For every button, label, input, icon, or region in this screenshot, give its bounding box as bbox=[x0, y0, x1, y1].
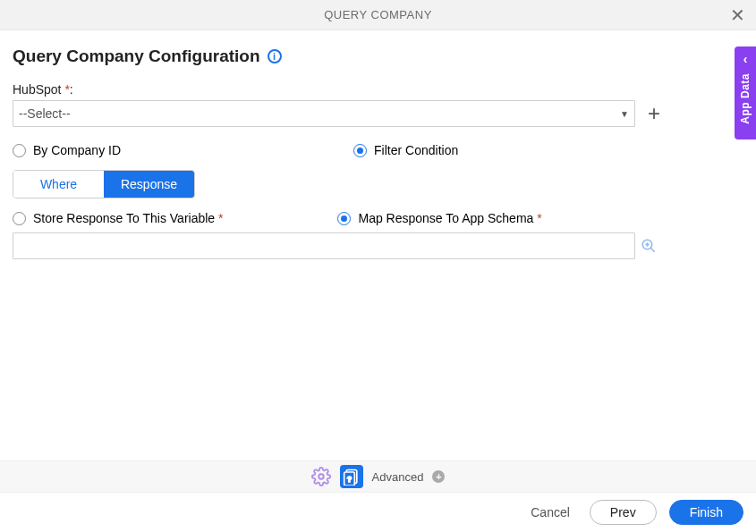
bottom-toolbar: ? Advanced + bbox=[0, 460, 756, 493]
advanced-plus-icon[interactable]: + bbox=[432, 470, 445, 483]
colon: : bbox=[70, 82, 73, 97]
toggle-response-label: Response bbox=[121, 177, 177, 191]
radio-label: Store Response To This Variable * bbox=[33, 211, 223, 225]
radio-icon bbox=[13, 144, 26, 157]
modal-title: QUERY COMPANY bbox=[324, 8, 432, 21]
prev-button[interactable]: Prev bbox=[590, 500, 657, 525]
footer-buttons: Cancel Prev Finish bbox=[0, 493, 756, 532]
svg-point-4 bbox=[319, 474, 324, 479]
required-asterisk: * bbox=[218, 211, 223, 225]
side-tab-label: App Data bbox=[739, 73, 752, 124]
radio-icon bbox=[353, 144, 367, 157]
zoom-icon[interactable] bbox=[641, 238, 657, 254]
finish-button[interactable]: Finish bbox=[669, 500, 743, 525]
toggle-where-label: Where bbox=[40, 177, 77, 191]
toggle-where[interactable]: Where bbox=[13, 171, 104, 198]
radio-label: Filter Condition bbox=[374, 143, 458, 157]
radio-by-company-id[interactable]: By Company ID bbox=[13, 143, 121, 157]
response-target-input[interactable] bbox=[13, 232, 635, 259]
radio-store-response[interactable]: Store Response To This Variable * bbox=[13, 211, 223, 225]
response-target-row bbox=[13, 232, 743, 259]
close-icon[interactable]: ✕ bbox=[730, 6, 746, 24]
gear-icon[interactable] bbox=[311, 467, 331, 486]
app-data-side-tab[interactable]: ‹ App Data bbox=[735, 46, 756, 139]
cancel-button[interactable]: Cancel bbox=[523, 500, 577, 525]
hubspot-field: HubSpot *: --Select-- ▼ + bbox=[13, 82, 743, 127]
page-title-text: Query Company Configuration bbox=[13, 46, 260, 66]
hubspot-label: HubSpot *: bbox=[13, 82, 743, 97]
content-area: Query Company Configuration i HubSpot *:… bbox=[0, 30, 756, 259]
query-mode-radio-group: By Company ID Filter Condition bbox=[13, 143, 743, 157]
doc-help-icon[interactable]: ? bbox=[340, 465, 363, 488]
add-hubspot-button[interactable]: + bbox=[644, 104, 664, 123]
hubspot-label-text: HubSpot bbox=[13, 82, 61, 97]
page-title: Query Company Configuration i bbox=[13, 46, 743, 66]
hubspot-select[interactable]: --Select-- ▼ bbox=[13, 100, 635, 127]
radio-map-response[interactable]: Map Response To App Schema * bbox=[337, 211, 541, 225]
radio-icon bbox=[13, 212, 26, 225]
radio-filter-condition[interactable]: Filter Condition bbox=[353, 143, 458, 157]
radio-label: Map Response To App Schema * bbox=[358, 211, 541, 225]
info-icon[interactable]: i bbox=[268, 49, 282, 63]
response-mode-radio-group: Store Response To This Variable * Map Re… bbox=[13, 211, 743, 225]
radio-label: By Company ID bbox=[33, 143, 121, 157]
required-asterisk: * bbox=[537, 211, 541, 225]
chevron-down-icon: ▼ bbox=[620, 109, 629, 119]
toggle-response[interactable]: Response bbox=[104, 171, 194, 198]
chevron-left-icon: ‹ bbox=[743, 52, 748, 66]
where-response-toggle: Where Response bbox=[13, 170, 195, 198]
advanced-label[interactable]: Advanced bbox=[372, 470, 424, 484]
radio-icon bbox=[337, 212, 351, 225]
svg-line-1 bbox=[650, 248, 655, 252]
modal-header: QUERY COMPANY ✕ bbox=[0, 0, 756, 30]
hubspot-select-value: --Select-- bbox=[19, 106, 71, 121]
radio-label-text: Store Response To This Variable bbox=[33, 211, 215, 225]
radio-label-text: Map Response To App Schema bbox=[358, 211, 533, 225]
svg-text:?: ? bbox=[347, 475, 352, 484]
